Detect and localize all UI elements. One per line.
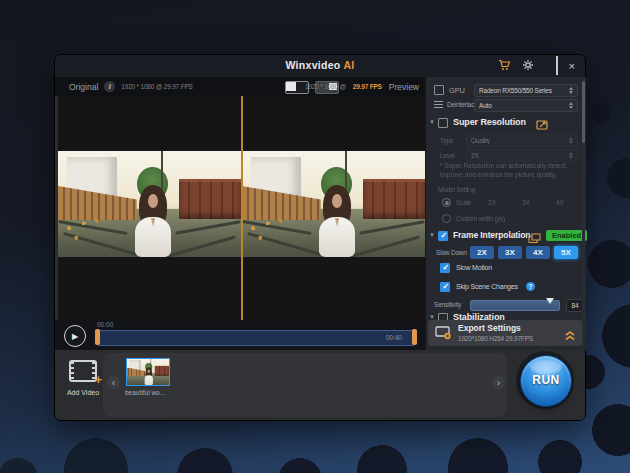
super-resolution-collapse-icon[interactable]: ▼: [429, 119, 435, 125]
panel-scrollbar-thumb[interactable]: [582, 81, 585, 143]
enabled-badge: Enabled: [546, 230, 587, 241]
info-icon[interactable]: i: [104, 81, 115, 92]
prev-clip-button[interactable]: ‹: [107, 376, 120, 389]
video-frame-original: [58, 96, 241, 320]
plus-icon: +: [94, 372, 102, 387]
app-window: Winxvideo AI × Original i 1920 * 1080 @ …: [55, 55, 585, 420]
titlebar: Winxvideo AI ×: [55, 55, 585, 77]
gpu-dropdown[interactable]: Radeon RX550/550 Series: [474, 84, 578, 97]
sr-scale-3x[interactable]: 3X: [522, 199, 530, 206]
run-button-gloss: [530, 360, 562, 374]
super-resolution-edit-icon[interactable]: [536, 117, 548, 135]
slow-motion-checkbox[interactable]: [440, 263, 450, 273]
preview-viewport: [55, 96, 428, 320]
time-start: 00:00: [97, 321, 113, 328]
original-label: Original: [69, 82, 98, 92]
deinterlacing-icon: [434, 101, 443, 108]
timeline-track[interactable]: 00:40: [97, 330, 415, 346]
gpu-label: GPU: [449, 86, 465, 95]
export-settings-title: Export Settings: [458, 323, 521, 333]
sr-scale-radio[interactable]: [442, 198, 451, 207]
cart-icon[interactable]: [498, 57, 511, 75]
skip-scene-label: Skip Scene Changes: [456, 283, 518, 290]
clip-thumbnail-image[interactable]: [126, 358, 170, 386]
compare-divider[interactable]: [241, 96, 243, 320]
clip-caption: beautiful woman: [125, 389, 171, 396]
maximize-button[interactable]: [556, 57, 558, 75]
slow-down-5x-button[interactable]: 5X: [554, 246, 578, 259]
export-settings-detail: 1920*1080 H264 29.97FPS: [458, 335, 533, 342]
export-monitor-icon: [435, 326, 452, 344]
time-end: 00:40: [386, 334, 402, 341]
close-button[interactable]: ×: [569, 61, 575, 72]
frame-interpolation-collapse-icon[interactable]: ▼: [429, 232, 435, 238]
filmstrip-icon: +: [69, 360, 97, 382]
trim-handle-end[interactable]: [412, 329, 417, 345]
sr-type-dropdown[interactable]: Quality: [466, 134, 578, 147]
deinterlacing-dropdown[interactable]: Auto: [474, 99, 578, 112]
play-button[interactable]: ▶: [64, 325, 86, 347]
skip-scene-checkbox[interactable]: [440, 282, 450, 292]
slow-down-3x-button[interactable]: 3X: [498, 246, 522, 259]
add-video-label: Add Video: [63, 389, 103, 396]
sr-level-dropdown[interactable]: 2X: [466, 149, 578, 162]
video-frame-preview: [242, 96, 425, 320]
app-title-text: Winxvideo: [285, 59, 340, 71]
sr-note: * Super Resolution can automatically det…: [440, 162, 576, 180]
gpu-checkbox[interactable]: [434, 85, 444, 95]
sensitivity-slider-thumb[interactable]: [546, 298, 554, 304]
preview-fps: 29.97 FPS: [353, 83, 382, 90]
add-video-button[interactable]: + Add Video: [63, 358, 103, 410]
help-icon[interactable]: ?: [526, 282, 535, 291]
clip-thumbnail[interactable]: beautiful woman: [125, 358, 171, 406]
bottom-bar: + Add Video ‹ beautiful woman ›: [55, 350, 585, 420]
sr-custom-label: Custom width (px): [456, 215, 505, 222]
run-button-face[interactable]: RUN: [520, 355, 572, 407]
preview-label: Preview: [389, 82, 419, 92]
super-resolution-checkbox[interactable]: [438, 118, 448, 128]
export-settings-bar[interactable]: Export Settings 1920*1080 H264 29.97FPS: [428, 320, 582, 346]
slow-down-4x-button[interactable]: 4X: [526, 246, 550, 259]
promo-background: Winxvideo AI × Original i 1920 * 1080 @ …: [0, 0, 630, 473]
slow-down-2x-button[interactable]: 2X: [470, 246, 494, 259]
gear-icon[interactable]: [522, 57, 534, 75]
preview-resolution: 1920 * 1080 @: [305, 83, 346, 90]
sr-scale-2x[interactable]: 2X: [488, 199, 496, 206]
expand-up-icon[interactable]: [564, 327, 576, 345]
sensitivity-label: Sensitivity: [434, 301, 461, 308]
app-title-accent: AI: [343, 59, 354, 71]
sr-type-label: Type: [440, 137, 453, 144]
frame-interpolation-title: Frame Interpolation: [453, 230, 530, 240]
player-bar: ▶ 00:00 00:40: [55, 320, 425, 350]
sr-model-label: Model Setting: [438, 186, 475, 193]
sensitivity-slider[interactable]: [470, 300, 560, 311]
run-button[interactable]: RUN: [516, 351, 574, 409]
run-button-label: RUN: [521, 373, 571, 387]
trim-handle-start[interactable]: [95, 329, 100, 345]
slow-down-label: Slow Down: [436, 249, 467, 256]
settings-panel: GPU Radeon RX550/550 Series Deinterlacin…: [425, 77, 586, 350]
panel-scrollbar[interactable]: [582, 79, 585, 347]
preview-header: Original i 1920 * 1080 @ 29.97 FPS 1920 …: [55, 77, 425, 96]
original-resolution: 1920 * 1080 @ 29.97 FPS: [121, 83, 192, 90]
sr-scale-label: Scale: [456, 199, 471, 206]
sr-level-label: Level: [440, 152, 455, 159]
super-resolution-title: Super Resolution: [453, 117, 526, 127]
sr-custom-radio[interactable]: [442, 214, 451, 223]
sr-scale-4x[interactable]: 4X: [556, 199, 564, 206]
frame-interpolation-checkbox[interactable]: [438, 231, 448, 241]
slow-motion-label: Slow Motion: [456, 264, 492, 271]
next-clip-button[interactable]: ›: [492, 376, 505, 389]
